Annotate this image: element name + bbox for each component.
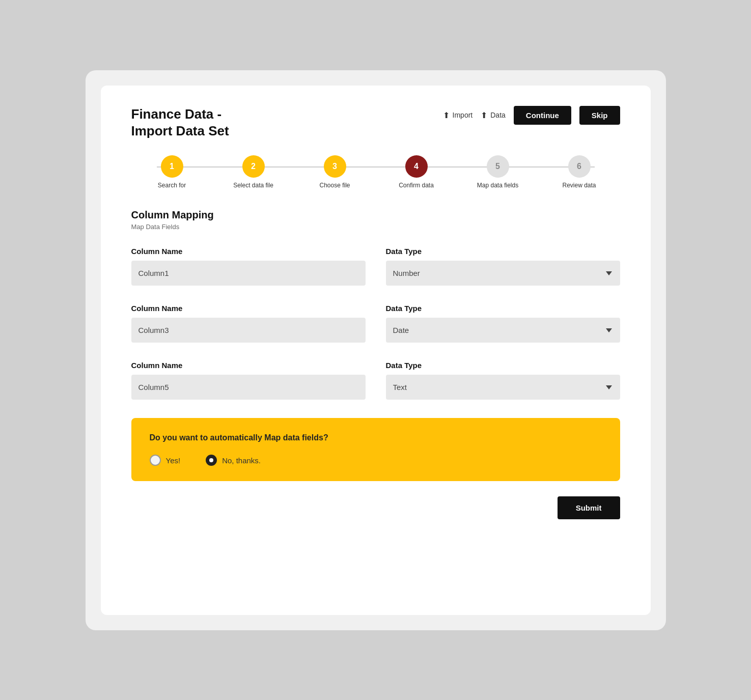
column-name-label-3: Column Name <box>131 361 366 370</box>
radio-circle-no <box>206 455 217 466</box>
section-title: Column Mapping <box>131 209 620 221</box>
column-name-input-3[interactable] <box>131 375 366 400</box>
data-type-select-3[interactable]: Number Text Date Boolean <box>386 375 620 400</box>
skip-button[interactable]: Skip <box>579 106 620 125</box>
step-label-3: Choose file <box>319 182 350 189</box>
step-circle-6: 6 <box>568 155 591 178</box>
footer: Submit <box>131 496 620 519</box>
radio-circle-yes <box>150 455 161 466</box>
data-icon: ⬆ <box>481 110 487 120</box>
step-label-6: Review data <box>562 182 596 189</box>
inner-container: Finance Data - Import Data Set ⬆ Import … <box>101 86 651 615</box>
mapping-col-name-2: Column Name <box>131 304 366 343</box>
mapping-col-name-1: Column Name <box>131 247 366 286</box>
radio-inner-no <box>209 458 213 462</box>
mapping-row-1: Column Name Data Type Number Text Date B… <box>131 247 620 286</box>
step-circle-1: 1 <box>161 155 183 178</box>
data-type-label-1: Data Type <box>386 247 620 256</box>
header-actions: ⬆ Import ⬆ Data Continue Skip <box>443 106 620 125</box>
banner-question: Do you want to automatically Map data fi… <box>150 433 602 442</box>
continue-button[interactable]: Continue <box>514 106 571 125</box>
mapping-col-type-1: Data Type Number Text Date Boolean <box>386 247 620 286</box>
radio-group: Yes! No, thanks. <box>150 455 602 466</box>
data-type-label-2: Data Type <box>386 304 620 313</box>
data-type-label-3: Data Type <box>386 361 620 370</box>
radio-yes[interactable]: Yes! <box>150 455 181 466</box>
step-label-2: Select data file <box>233 182 273 189</box>
step-3: 3 Choose file <box>294 155 376 189</box>
step-circle-3: 3 <box>324 155 346 178</box>
mapping-col-name-3: Column Name <box>131 361 366 400</box>
step-circle-5: 5 <box>487 155 509 178</box>
step-6: 6 Review data <box>539 155 620 189</box>
data-type-select-2[interactable]: Number Text Date Boolean <box>386 318 620 343</box>
step-label-5: Map data fields <box>477 182 518 189</box>
column-name-label-2: Column Name <box>131 304 366 313</box>
data-type-select-1[interactable]: Number Text Date Boolean <box>386 261 620 286</box>
step-label-1: Search for <box>158 182 186 189</box>
section-subtitle: Map Data Fields <box>131 223 620 231</box>
column-name-input-1[interactable] <box>131 261 366 286</box>
import-link[interactable]: ⬆ Import <box>443 110 473 120</box>
mapping-col-type-2: Data Type Number Text Date Boolean <box>386 304 620 343</box>
mapping-col-type-3: Data Type Number Text Date Boolean <box>386 361 620 400</box>
header: Finance Data - Import Data Set ⬆ Import … <box>131 106 620 141</box>
step-1: 1 Search for <box>131 155 213 189</box>
stepper: 1 Search for 2 Select data file 3 Choose… <box>131 155 620 189</box>
page-title: Finance Data - Import Data Set <box>131 106 229 141</box>
step-label-4: Confirm data <box>399 182 434 189</box>
step-circle-4: 4 <box>405 155 428 178</box>
auto-map-banner: Do you want to automatically Map data fi… <box>131 418 620 481</box>
step-5: 5 Map data fields <box>457 155 539 189</box>
column-name-input-2[interactable] <box>131 318 366 343</box>
submit-button[interactable]: Submit <box>558 496 620 519</box>
radio-no[interactable]: No, thanks. <box>206 455 261 466</box>
mapping-row-3: Column Name Data Type Number Text Date B… <box>131 361 620 400</box>
step-4: 4 Confirm data <box>376 155 457 189</box>
step-2: 2 Select data file <box>213 155 294 189</box>
data-link[interactable]: ⬆ Data <box>481 110 506 120</box>
step-circle-2: 2 <box>242 155 265 178</box>
outer-container: Finance Data - Import Data Set ⬆ Import … <box>86 70 666 630</box>
column-name-label-1: Column Name <box>131 247 366 256</box>
import-icon: ⬆ <box>443 110 450 120</box>
mapping-row-2: Column Name Data Type Number Text Date B… <box>131 304 620 343</box>
